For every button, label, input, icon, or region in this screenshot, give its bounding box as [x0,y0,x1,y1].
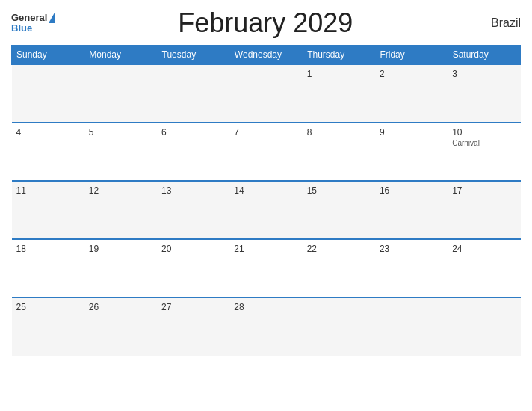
calendar-day-cell: 10Carnival [448,123,520,181]
day-number: 16 [380,185,443,196]
day-number: 12 [89,185,152,196]
calendar-day-cell: 23 [375,239,448,297]
calendar-day-cell [12,64,84,123]
calendar-day-cell: 18 [12,239,84,297]
day-number: 14 [234,185,297,196]
day-number: 4 [16,127,80,137]
logo-triangle-icon [49,13,55,23]
calendar-page: General Blue February 2029 Brazil Sunday… [0,0,532,411]
calendar-week-row: 45678910Carnival [12,123,521,181]
header: General Blue February 2029 Brazil [11,7,521,39]
calendar-day-cell: 1 [303,64,375,123]
calendar-day-cell: 2 [375,64,448,123]
calendar-week-row: 11121314151617 [12,181,521,239]
calendar-day-cell [157,64,229,123]
day-number: 21 [234,244,297,254]
day-number: 22 [307,244,371,254]
calendar-day-cell: 26 [84,297,157,356]
day-event: Carnival [452,139,516,147]
calendar-week-row: 123 [12,64,521,123]
day-number: 2 [380,69,443,79]
col-friday: Friday [375,46,448,65]
day-number: 6 [161,127,225,137]
calendar-day-cell: 4 [12,123,84,181]
day-number: 10 [452,127,516,137]
calendar-day-cell: 20 [157,239,229,297]
day-number: 24 [452,244,516,254]
logo-general-text: General [11,13,47,23]
calendar-day-cell: 22 [303,239,375,297]
day-number: 26 [89,302,152,312]
calendar-day-cell: 21 [229,239,302,297]
day-number: 15 [307,185,371,196]
day-number: 1 [307,69,371,79]
calendar-day-cell [84,64,157,123]
calendar-day-cell: 11 [12,181,84,239]
day-number: 28 [234,302,297,312]
calendar-day-cell: 15 [303,181,375,239]
calendar-day-cell: 14 [229,181,302,239]
calendar-day-cell: 8 [303,123,375,181]
day-number: 8 [307,127,371,137]
calendar-day-cell [448,297,520,356]
calendar-day-cell: 13 [157,181,229,239]
day-number: 11 [16,185,80,196]
logo: General Blue [11,13,55,34]
logo-blue-text: Blue [11,23,32,34]
calendar-day-cell: 25 [12,297,84,356]
day-number: 13 [161,185,225,196]
day-number: 20 [161,244,225,254]
calendar-day-cell [303,297,375,356]
calendar-table: Sunday Monday Tuesday Wednesday Thursday… [11,45,521,356]
day-number: 5 [89,127,152,137]
col-saturday: Saturday [448,46,520,65]
day-number: 7 [234,127,297,137]
col-tuesday: Tuesday [157,46,229,65]
day-number: 27 [161,302,225,312]
col-monday: Monday [84,46,157,65]
col-sunday: Sunday [12,46,84,65]
day-number: 18 [16,244,80,254]
calendar-day-cell: 16 [375,181,448,239]
calendar-day-cell: 19 [84,239,157,297]
calendar-day-cell: 6 [157,123,229,181]
day-number: 25 [16,302,80,312]
col-thursday: Thursday [303,46,375,65]
day-number: 3 [452,69,516,79]
day-number: 23 [380,244,443,254]
calendar-day-cell: 7 [229,123,302,181]
calendar-day-cell: 9 [375,123,448,181]
day-number: 19 [89,244,152,254]
calendar-day-cell [375,297,448,356]
calendar-week-row: 18192021222324 [12,239,521,297]
month-title: February 2029 [55,7,476,39]
calendar-day-cell [229,64,302,123]
calendar-day-cell: 12 [84,181,157,239]
col-wednesday: Wednesday [229,46,302,65]
calendar-day-cell: 24 [448,239,520,297]
calendar-week-row: 25262728 [12,297,521,356]
day-number: 17 [452,185,516,196]
weekday-header-row: Sunday Monday Tuesday Wednesday Thursday… [12,46,521,65]
calendar-day-cell: 17 [448,181,520,239]
calendar-day-cell: 28 [229,297,302,356]
calendar-day-cell: 27 [157,297,229,356]
country-label: Brazil [476,16,521,30]
calendar-day-cell: 5 [84,123,157,181]
calendar-day-cell: 3 [448,64,520,123]
day-number: 9 [380,127,443,137]
